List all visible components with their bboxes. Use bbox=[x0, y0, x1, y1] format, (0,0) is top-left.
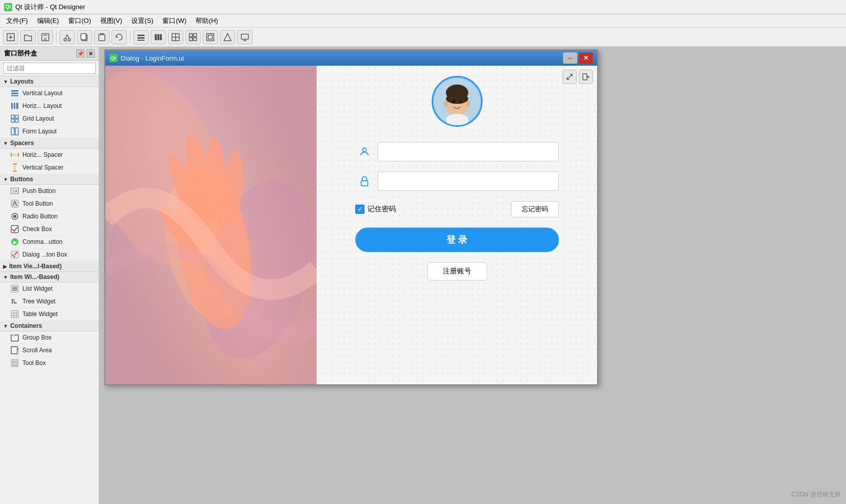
toolbar-save[interactable] bbox=[38, 30, 53, 44]
remember-label: 记住密码 bbox=[368, 205, 396, 214]
username-row bbox=[355, 142, 559, 161]
sidebar-item-check-box[interactable]: Check Box bbox=[0, 223, 99, 236]
toolbar-undo[interactable] bbox=[111, 30, 127, 44]
toolbar-sep2 bbox=[130, 31, 130, 43]
toolbar-preview[interactable] bbox=[237, 30, 252, 44]
sidebar-item-horizontal-layout[interactable]: Horiz... Layout bbox=[0, 100, 99, 113]
check-box-icon bbox=[10, 225, 19, 234]
group-box-icon: Grp bbox=[10, 333, 19, 342]
toolbar-cut[interactable] bbox=[60, 30, 75, 44]
sidebar-item-tree-widget[interactable]: Tree Widget bbox=[0, 295, 99, 308]
toolbar-layout6[interactable] bbox=[220, 30, 235, 44]
form-layout-label: Form Layout bbox=[22, 128, 57, 135]
avatar bbox=[433, 77, 481, 125]
command-button-label: Comma...utton bbox=[22, 238, 63, 245]
svg-rect-34 bbox=[11, 103, 13, 109]
table-widget-icon bbox=[10, 310, 19, 319]
sidebar-content: ▼ Layouts Vertical Layout Horiz... Layou… bbox=[0, 76, 99, 504]
qt-dialog-window: Qt Dialog - LoginForm.ui ─ ✕ bbox=[104, 49, 598, 385]
menu-edit[interactable]: 编辑(E) bbox=[33, 15, 63, 26]
section-item-widget-label: Item Wi...-Based) bbox=[10, 273, 60, 281]
sidebar-item-tool-button[interactable]: Tool Button bbox=[0, 198, 99, 210]
qt-minimize-btn[interactable]: ─ bbox=[563, 52, 577, 64]
section-buttons-label: Buttons bbox=[10, 176, 33, 183]
sidebar-item-tool-box[interactable]: Tool Box bbox=[0, 357, 99, 370]
menu-file[interactable]: 文件(F) bbox=[2, 15, 32, 26]
vertical-layout-icon bbox=[10, 89, 19, 98]
dialog-box-icon bbox=[10, 250, 19, 259]
remember-checkbox-label[interactable]: ✓ 记住密码 bbox=[355, 205, 506, 214]
svg-point-105 bbox=[452, 100, 455, 104]
menu-window[interactable]: 窗口(O) bbox=[64, 15, 95, 26]
qt-close-btn[interactable]: ✕ bbox=[579, 52, 593, 64]
toolbar-layout4[interactable] bbox=[185, 30, 201, 44]
form-logout-btn[interactable] bbox=[579, 70, 593, 84]
svg-line-9 bbox=[67, 35, 69, 39]
forgot-password-btn[interactable]: 忘记密码 bbox=[511, 201, 559, 217]
qt-window-controls: ─ ✕ bbox=[563, 52, 593, 64]
toolbar-layout5[interactable] bbox=[203, 30, 218, 44]
menu-view[interactable]: 视图(V) bbox=[96, 15, 126, 26]
sidebar-item-vert-spacer[interactable]: Vertical Spacer bbox=[0, 161, 99, 174]
remember-row: ✓ 记住密码 忘记密码 bbox=[355, 201, 559, 217]
svg-rect-41 bbox=[11, 128, 14, 135]
username-input[interactable] bbox=[378, 142, 559, 161]
sidebar-item-horiz-spacer[interactable]: Horiz... Spacer bbox=[0, 149, 99, 161]
sidebar-item-form-layout[interactable]: Form Layout bbox=[0, 125, 99, 138]
sidebar-item-scroll-area[interactable]: Scroll Area bbox=[0, 344, 99, 357]
section-spacers[interactable]: ▼ Spacers bbox=[0, 138, 99, 149]
svg-rect-17 bbox=[157, 34, 159, 40]
sidebar-item-table-widget[interactable]: Table Widget bbox=[0, 308, 99, 321]
sidebar-item-list-widget[interactable]: List Widget bbox=[0, 283, 99, 295]
toolbar-open[interactable] bbox=[20, 30, 36, 44]
password-input[interactable] bbox=[378, 172, 559, 191]
toolbar-copy[interactable] bbox=[77, 30, 92, 44]
filter-box bbox=[0, 61, 99, 76]
svg-rect-82 bbox=[11, 366, 18, 367]
filter-input[interactable] bbox=[3, 63, 96, 74]
toolbar-layout1[interactable] bbox=[133, 30, 149, 44]
sidebar-item-group-box[interactable]: Grp Group Box bbox=[0, 331, 99, 344]
group-box-label: Group Box bbox=[22, 334, 51, 341]
sidebar-item-grid-layout[interactable]: Grid Layout bbox=[0, 113, 99, 125]
sidebar-item-command-button[interactable]: ▶ Comma...utton bbox=[0, 236, 99, 248]
sidebar-close-btn[interactable]: ✕ bbox=[87, 49, 95, 58]
sidebar-item-radio-button[interactable]: Radio Button bbox=[0, 210, 99, 223]
login-btn[interactable]: 登 录 bbox=[355, 228, 559, 252]
section-item-view[interactable]: ▶ Item Vie...l-Based) bbox=[0, 261, 99, 272]
containers-arrow: ▼ bbox=[3, 323, 8, 329]
svg-rect-18 bbox=[160, 34, 162, 40]
section-buttons[interactable]: ▼ Buttons bbox=[0, 174, 99, 185]
sidebar-pin-btn[interactable]: 📌 bbox=[76, 49, 84, 58]
svg-rect-22 bbox=[189, 34, 192, 37]
svg-rect-39 bbox=[11, 119, 14, 122]
menu-settings[interactable]: 设置(S) bbox=[127, 15, 157, 26]
form-resize-btn[interactable] bbox=[562, 70, 577, 84]
command-button-icon: ▶ bbox=[10, 237, 19, 246]
register-btn[interactable]: 注册账号 bbox=[427, 262, 487, 281]
sidebar-item-dialog-box[interactable]: Dialog ...ton Box bbox=[0, 248, 99, 261]
section-containers[interactable]: ▼ Containers bbox=[0, 321, 99, 331]
dialog-image-bg bbox=[105, 66, 317, 384]
menu-help[interactable]: 帮助(H) bbox=[191, 15, 222, 26]
horizontal-layout-label: Horiz... Layout bbox=[22, 102, 62, 109]
grid-layout-label: Grid Layout bbox=[22, 115, 54, 122]
toolbar-layout3[interactable] bbox=[168, 30, 183, 44]
svg-rect-5 bbox=[44, 38, 47, 40]
toolbar-paste[interactable] bbox=[94, 30, 109, 44]
toolbar-layout2[interactable] bbox=[151, 30, 166, 44]
svg-rect-31 bbox=[11, 90, 18, 92]
remember-checkbox[interactable]: ✓ bbox=[355, 205, 364, 214]
menu-window2[interactable]: 窗口(W) bbox=[158, 15, 190, 26]
section-item-widget[interactable]: ▼ Item Wi...-Based) bbox=[0, 272, 99, 283]
svg-rect-36 bbox=[16, 103, 18, 109]
vert-spacer-label: Vertical Spacer bbox=[22, 164, 64, 171]
section-layouts[interactable]: ▼ Layouts bbox=[0, 76, 99, 87]
sidebar-item-vertical-layout[interactable]: Vertical Layout bbox=[0, 87, 99, 100]
sidebar-item-push-button[interactable]: OK Push Button bbox=[0, 185, 99, 198]
toolbar-new[interactable] bbox=[3, 30, 18, 44]
main-layout: 窗口部件盒 📌 ✕ ▼ Layouts Vertical Layout bbox=[0, 47, 846, 504]
svg-rect-81 bbox=[11, 362, 18, 365]
password-icon bbox=[355, 172, 374, 190]
dialog-box-label: Dialog ...ton Box bbox=[22, 251, 67, 258]
